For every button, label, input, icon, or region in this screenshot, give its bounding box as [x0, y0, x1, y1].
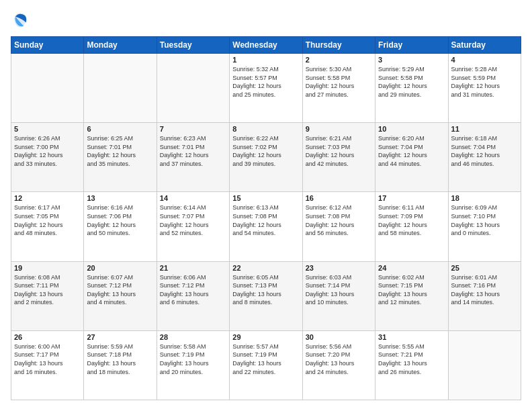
calendar-cell: 28Sunrise: 5:58 AM Sunset: 7:19 PM Dayli…	[157, 330, 229, 400]
day-number: 24	[378, 264, 445, 272]
calendar-cell: 5Sunrise: 6:26 AM Sunset: 7:00 PM Daylig…	[11, 123, 84, 192]
day-info: Sunrise: 6:17 AM Sunset: 7:05 PM Dayligh…	[14, 203, 81, 237]
week-row-3: 12Sunrise: 6:17 AM Sunset: 7:05 PM Dayli…	[11, 192, 521, 261]
day-number: 15	[232, 194, 299, 202]
day-number: 30	[306, 333, 372, 341]
calendar-cell: 24Sunrise: 6:02 AM Sunset: 7:15 PM Dayli…	[375, 261, 448, 330]
calendar-cell: 16Sunrise: 6:12 AM Sunset: 7:08 PM Dayli…	[302, 192, 375, 261]
calendar-cell: 10Sunrise: 6:20 AM Sunset: 7:04 PM Dayli…	[375, 123, 448, 192]
calendar-cell: 22Sunrise: 6:05 AM Sunset: 7:13 PM Dayli…	[230, 261, 302, 330]
calendar-cell: 13Sunrise: 6:16 AM Sunset: 7:06 PM Dayli…	[84, 192, 157, 261]
day-info: Sunrise: 5:29 AM Sunset: 5:58 PM Dayligh…	[378, 65, 445, 99]
day-info: Sunrise: 6:13 AM Sunset: 7:08 PM Dayligh…	[232, 203, 299, 237]
day-number: 13	[87, 194, 153, 202]
calendar-cell: 23Sunrise: 6:03 AM Sunset: 7:14 PM Dayli…	[302, 261, 375, 330]
calendar-cell: 8Sunrise: 6:22 AM Sunset: 7:02 PM Daylig…	[230, 123, 302, 192]
week-row-5: 26Sunrise: 6:00 AM Sunset: 7:17 PM Dayli…	[11, 330, 521, 400]
column-header-saturday: Saturday	[448, 37, 521, 54]
day-number: 27	[87, 333, 153, 341]
day-info: Sunrise: 6:12 AM Sunset: 7:08 PM Dayligh…	[306, 203, 372, 237]
day-number: 17	[378, 194, 445, 202]
calendar-cell: 3Sunrise: 5:29 AM Sunset: 5:58 PM Daylig…	[375, 54, 448, 123]
calendar-cell	[11, 54, 84, 123]
calendar-cell: 18Sunrise: 6:09 AM Sunset: 7:10 PM Dayli…	[448, 192, 521, 261]
day-info: Sunrise: 5:58 AM Sunset: 7:19 PM Dayligh…	[160, 342, 226, 376]
day-number: 18	[451, 194, 518, 202]
column-header-thursday: Thursday	[302, 37, 375, 54]
calendar-cell: 4Sunrise: 5:28 AM Sunset: 5:59 PM Daylig…	[448, 54, 521, 123]
day-info: Sunrise: 5:55 AM Sunset: 7:21 PM Dayligh…	[378, 342, 445, 376]
day-number: 7	[160, 125, 226, 133]
day-info: Sunrise: 6:22 AM Sunset: 7:02 PM Dayligh…	[232, 134, 299, 168]
day-number: 5	[14, 125, 81, 133]
day-number: 2	[306, 56, 372, 64]
day-number: 23	[306, 264, 372, 272]
day-number: 9	[306, 125, 372, 133]
column-header-tuesday: Tuesday	[157, 37, 229, 54]
day-info: Sunrise: 6:16 AM Sunset: 7:06 PM Dayligh…	[87, 203, 153, 237]
column-header-friday: Friday	[375, 37, 448, 54]
day-number: 31	[378, 333, 445, 341]
logo-icon	[11, 11, 30, 30]
day-info: Sunrise: 6:08 AM Sunset: 7:11 PM Dayligh…	[14, 273, 81, 307]
column-header-wednesday: Wednesday	[230, 37, 302, 54]
calendar-cell	[448, 330, 521, 400]
day-info: Sunrise: 6:03 AM Sunset: 7:14 PM Dayligh…	[306, 273, 372, 307]
column-header-monday: Monday	[84, 37, 157, 54]
day-number: 12	[14, 194, 81, 202]
calendar-cell: 20Sunrise: 6:07 AM Sunset: 7:12 PM Dayli…	[84, 261, 157, 330]
calendar-cell: 26Sunrise: 6:00 AM Sunset: 7:17 PM Dayli…	[11, 330, 84, 400]
day-number: 16	[306, 194, 372, 202]
day-info: Sunrise: 6:06 AM Sunset: 7:12 PM Dayligh…	[160, 273, 226, 307]
day-number: 11	[451, 125, 518, 133]
day-info: Sunrise: 5:59 AM Sunset: 7:18 PM Dayligh…	[87, 342, 153, 376]
day-info: Sunrise: 6:11 AM Sunset: 7:09 PM Dayligh…	[378, 203, 445, 237]
calendar-cell: 6Sunrise: 6:25 AM Sunset: 7:01 PM Daylig…	[84, 123, 157, 192]
logo	[11, 11, 32, 30]
calendar-cell: 7Sunrise: 6:23 AM Sunset: 7:01 PM Daylig…	[157, 123, 229, 192]
week-row-2: 5Sunrise: 6:26 AM Sunset: 7:00 PM Daylig…	[11, 123, 521, 192]
day-info: Sunrise: 5:56 AM Sunset: 7:20 PM Dayligh…	[306, 342, 372, 376]
day-number: 26	[14, 333, 81, 341]
day-info: Sunrise: 6:09 AM Sunset: 7:10 PM Dayligh…	[451, 203, 518, 237]
day-info: Sunrise: 6:01 AM Sunset: 7:16 PM Dayligh…	[451, 273, 518, 307]
day-number: 19	[14, 264, 81, 272]
day-number: 10	[378, 125, 445, 133]
day-number: 3	[378, 56, 445, 64]
day-info: Sunrise: 6:00 AM Sunset: 7:17 PM Dayligh…	[14, 342, 81, 376]
day-number: 8	[232, 125, 299, 133]
week-row-4: 19Sunrise: 6:08 AM Sunset: 7:11 PM Dayli…	[11, 261, 521, 330]
day-number: 28	[160, 333, 226, 341]
day-number: 21	[160, 264, 226, 272]
calendar-cell: 11Sunrise: 6:18 AM Sunset: 7:04 PM Dayli…	[448, 123, 521, 192]
day-number: 29	[232, 333, 299, 341]
calendar-cell: 21Sunrise: 6:06 AM Sunset: 7:12 PM Dayli…	[157, 261, 229, 330]
day-info: Sunrise: 6:25 AM Sunset: 7:01 PM Dayligh…	[87, 134, 153, 168]
day-number: 1	[232, 56, 299, 64]
day-info: Sunrise: 6:07 AM Sunset: 7:12 PM Dayligh…	[87, 273, 153, 307]
day-number: 4	[451, 56, 518, 64]
week-row-1: 1Sunrise: 5:32 AM Sunset: 5:57 PM Daylig…	[11, 54, 521, 123]
page: SundayMondayTuesdayWednesdayThursdayFrid…	[0, 0, 532, 411]
calendar-cell	[84, 54, 157, 123]
day-info: Sunrise: 6:05 AM Sunset: 7:13 PM Dayligh…	[232, 273, 299, 307]
column-header-sunday: Sunday	[11, 37, 84, 54]
calendar-cell: 29Sunrise: 5:57 AM Sunset: 7:19 PM Dayli…	[230, 330, 302, 400]
day-info: Sunrise: 5:30 AM Sunset: 5:58 PM Dayligh…	[306, 65, 372, 99]
calendar-header-row: SundayMondayTuesdayWednesdayThursdayFrid…	[11, 37, 521, 54]
day-info: Sunrise: 5:32 AM Sunset: 5:57 PM Dayligh…	[232, 65, 299, 99]
day-info: Sunrise: 6:02 AM Sunset: 7:15 PM Dayligh…	[378, 273, 445, 307]
calendar-cell: 15Sunrise: 6:13 AM Sunset: 7:08 PM Dayli…	[230, 192, 302, 261]
day-info: Sunrise: 5:28 AM Sunset: 5:59 PM Dayligh…	[451, 65, 518, 99]
day-info: Sunrise: 5:57 AM Sunset: 7:19 PM Dayligh…	[232, 342, 299, 376]
calendar-table: SundayMondayTuesdayWednesdayThursdayFrid…	[11, 36, 521, 400]
calendar-cell: 2Sunrise: 5:30 AM Sunset: 5:58 PM Daylig…	[302, 54, 375, 123]
calendar-cell: 12Sunrise: 6:17 AM Sunset: 7:05 PM Dayli…	[11, 192, 84, 261]
day-info: Sunrise: 6:14 AM Sunset: 7:07 PM Dayligh…	[160, 203, 226, 237]
calendar-cell: 17Sunrise: 6:11 AM Sunset: 7:09 PM Dayli…	[375, 192, 448, 261]
calendar-cell: 25Sunrise: 6:01 AM Sunset: 7:16 PM Dayli…	[448, 261, 521, 330]
calendar-cell: 30Sunrise: 5:56 AM Sunset: 7:20 PM Dayli…	[302, 330, 375, 400]
calendar-cell: 31Sunrise: 5:55 AM Sunset: 7:21 PM Dayli…	[375, 330, 448, 400]
day-info: Sunrise: 6:20 AM Sunset: 7:04 PM Dayligh…	[378, 134, 445, 168]
calendar-cell: 19Sunrise: 6:08 AM Sunset: 7:11 PM Dayli…	[11, 261, 84, 330]
